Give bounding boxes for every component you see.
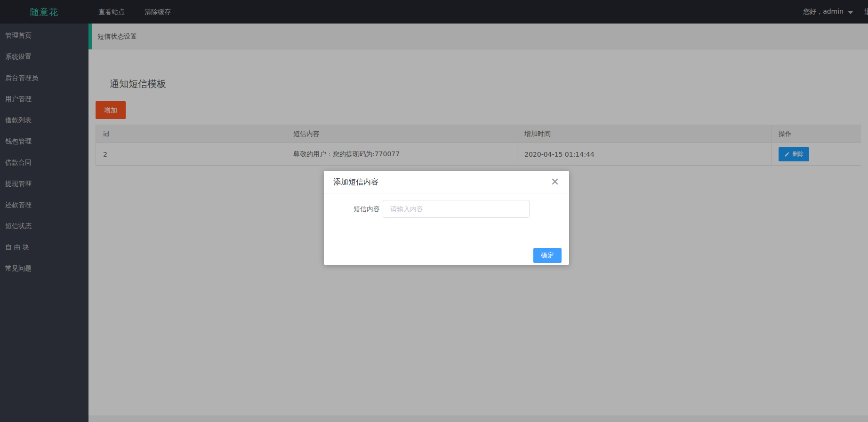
sms-content-label: 短信内容 (324, 200, 380, 218)
sms-content-input[interactable] (383, 200, 530, 218)
dialog-header: 添加短信内容 ✕ (324, 171, 569, 193)
close-icon[interactable]: ✕ (547, 175, 563, 190)
add-sms-dialog: 添加短信内容 ✕ 短信内容 确定 (324, 171, 569, 265)
dialog-title: 添加短信内容 (333, 171, 378, 193)
confirm-button[interactable]: 确定 (533, 248, 562, 263)
